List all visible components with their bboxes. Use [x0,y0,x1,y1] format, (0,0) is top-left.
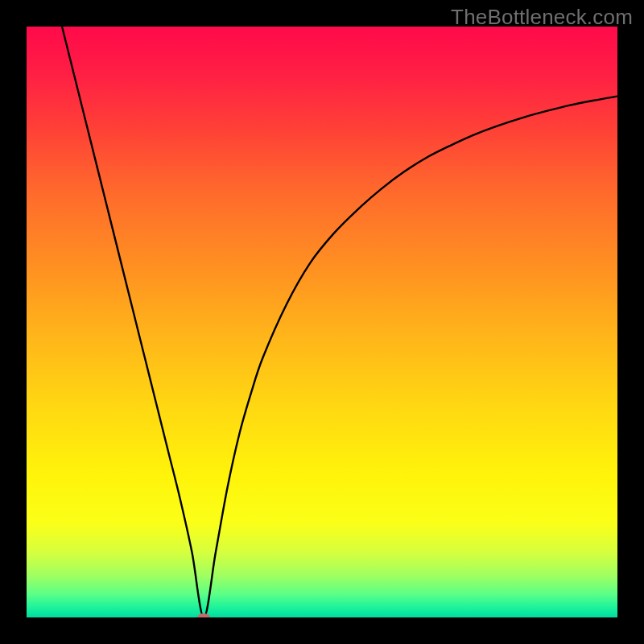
curve-layer [27,27,617,617]
bottleneck-curve [62,27,617,617]
minimum-marker-icon [197,613,210,617]
watermark-text: TheBottleneck.com [451,5,633,30]
chart-frame: TheBottleneck.com [0,0,644,644]
plot-area [27,27,617,617]
